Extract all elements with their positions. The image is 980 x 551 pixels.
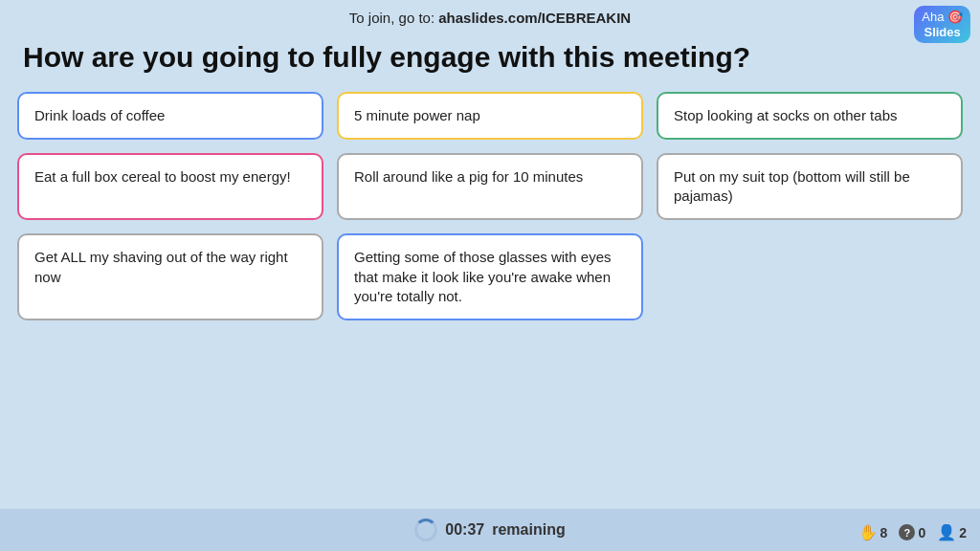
card-7: Get ALL my shaving out of the way right … — [17, 233, 323, 320]
timer-label: remaining — [492, 521, 565, 539]
card-4: Eat a full box cereal to boost my energy… — [17, 153, 323, 221]
aha-slides-logo: Aha 🎯 Slides — [914, 6, 970, 43]
join-instruction: To join, go to: ahaslides.com/ICEBREAKIN — [349, 10, 631, 26]
timer-time: 00:37 — [445, 521, 484, 539]
timer-spinner — [414, 518, 437, 541]
person-icon: 👤 — [937, 523, 956, 541]
questions-count: 0 — [918, 525, 925, 540]
hands-status: ✋ 8 — [858, 523, 888, 541]
top-bar: To join, go to: ahaslides.com/ICEBREAKIN… — [0, 0, 980, 32]
card-2: 5 minute power nap — [337, 92, 643, 140]
card-5: Roll around like a pig for 10 minutes — [337, 153, 643, 221]
hands-count: 8 — [880, 525, 888, 540]
card-6: Put on my suit top (bottom will still be… — [657, 153, 963, 221]
people-status: 👤 2 — [937, 523, 967, 541]
bottom-bar: 00:37 remaining — [0, 509, 980, 551]
card-3: Stop looking at socks on other tabs — [657, 92, 963, 140]
timer-area: 00:37 remaining — [414, 518, 565, 541]
people-count: 2 — [959, 525, 967, 540]
questions-status: ? 0 — [899, 524, 925, 540]
question-heading: How are you going to fully engage with t… — [0, 32, 980, 88]
status-icons: ✋ 8 ? 0 👤 2 — [858, 523, 967, 541]
join-text: To join, go to: — [349, 10, 438, 26]
join-url: ahaslides.com/ICEBREAKIN — [438, 10, 631, 26]
logo-line1: Aha 🎯 — [922, 10, 963, 25]
card-1: Drink loads of coffee — [17, 92, 323, 140]
hand-icon: ✋ — [858, 523, 878, 541]
cards-grid: Drink loads of coffee 5 minute power nap… — [0, 92, 980, 321]
logo-line2: Slides — [922, 25, 963, 40]
card-8: Getting some of those glasses with eyes … — [337, 233, 643, 320]
question-icon: ? — [899, 524, 915, 540]
